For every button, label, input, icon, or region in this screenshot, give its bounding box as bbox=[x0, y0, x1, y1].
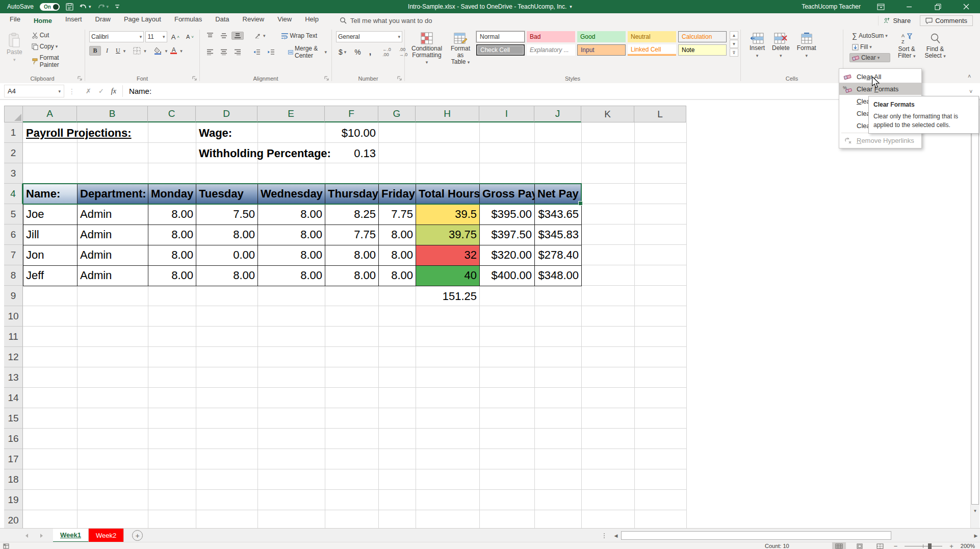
tab-home[interactable]: Home bbox=[27, 12, 59, 29]
cell-H5[interactable]: 39.5 bbox=[416, 204, 480, 225]
scroll-right-arrow[interactable]: ▶ bbox=[972, 533, 980, 538]
align-right-button[interactable] bbox=[231, 48, 244, 56]
cell-E5[interactable]: 8.00 bbox=[257, 204, 325, 225]
row-header-13[interactable]: 13 bbox=[4, 367, 23, 388]
tab-draw[interactable]: Draw bbox=[89, 12, 117, 26]
font-size-select[interactable]: 11▾ bbox=[145, 31, 167, 42]
tab-file[interactable]: File bbox=[3, 12, 27, 26]
cell-G6[interactable]: 8.00 bbox=[378, 224, 416, 245]
gallery-more-button[interactable]: ⊽ bbox=[730, 48, 738, 57]
cell-F8[interactable]: 8.00 bbox=[325, 265, 379, 286]
scroll-down-arrow[interactable]: ▼ bbox=[971, 506, 979, 516]
next-sheet-button[interactable] bbox=[40, 533, 44, 538]
cell-J7[interactable]: $278.40 bbox=[534, 245, 582, 266]
column-header-C[interactable]: C bbox=[148, 106, 196, 122]
cell-B4[interactable]: Department: bbox=[77, 184, 148, 205]
scroll-left-arrow[interactable]: ◀ bbox=[612, 533, 620, 538]
new-sheet-button[interactable]: + bbox=[132, 530, 143, 541]
row-header-2[interactable]: 2 bbox=[4, 143, 23, 163]
cell-C7[interactable]: 8.00 bbox=[148, 245, 196, 266]
font-color-button[interactable]: A bbox=[168, 46, 179, 55]
fill-handle[interactable] bbox=[578, 201, 583, 206]
cell-B6[interactable]: Admin bbox=[77, 224, 148, 245]
share-button[interactable]: Share bbox=[878, 16, 916, 26]
tab-help[interactable]: Help bbox=[298, 12, 325, 26]
column-header-A[interactable]: A bbox=[23, 106, 77, 122]
column-header-E[interactable]: E bbox=[257, 106, 325, 122]
insert-function-button[interactable]: fx bbox=[111, 87, 116, 95]
cell-H8[interactable]: 40 bbox=[416, 265, 480, 286]
fill-color-dropdown-arrow[interactable]: ▾ bbox=[165, 48, 168, 54]
cell-C4[interactable]: Monday bbox=[148, 184, 196, 205]
format-as-table-button[interactable]: Format asTable ▾ bbox=[448, 30, 473, 68]
cell-H9[interactable]: 151.25 bbox=[416, 286, 479, 306]
increase-font-size-button[interactable]: A˄ bbox=[169, 32, 182, 42]
row-header-9[interactable]: 9 bbox=[4, 286, 23, 306]
undo-button[interactable]: ▾ bbox=[80, 3, 91, 10]
formula-bar-content[interactable]: Name: bbox=[123, 87, 151, 95]
find-select-button[interactable]: Find &Select ▾ bbox=[922, 31, 948, 62]
cell-E6[interactable]: 8.00 bbox=[257, 224, 325, 245]
column-header-J[interactable]: J bbox=[534, 106, 581, 122]
cut-button[interactable]: Cut bbox=[29, 31, 83, 40]
column-header-H[interactable]: H bbox=[416, 106, 479, 122]
top-align-button[interactable] bbox=[204, 32, 216, 40]
autosum-button[interactable]: ∑AutoSum▾ bbox=[849, 31, 890, 41]
cell-I5[interactable]: $395.00 bbox=[479, 204, 535, 225]
tab-data[interactable]: Data bbox=[209, 12, 236, 26]
cell-style-good[interactable]: Good bbox=[577, 31, 626, 42]
cell-H7[interactable]: 32 bbox=[416, 245, 480, 266]
cell-A1[interactable]: Payroll Projections: bbox=[23, 123, 77, 143]
cell-E7[interactable]: 8.00 bbox=[257, 245, 325, 266]
row-header-6[interactable]: 6 bbox=[4, 224, 23, 245]
cell-G4[interactable]: Friday bbox=[378, 184, 416, 205]
bold-button[interactable]: B bbox=[89, 46, 101, 56]
cell-J6[interactable]: $345.83 bbox=[534, 224, 582, 245]
cell-G7[interactable]: 8.00 bbox=[378, 245, 416, 266]
row-header-12[interactable]: 12 bbox=[4, 347, 23, 367]
cell-G5[interactable]: 7.75 bbox=[378, 204, 416, 225]
orientation-button[interactable]: ▾ bbox=[252, 32, 268, 40]
prev-sheet-button[interactable] bbox=[24, 533, 29, 538]
cell-A7[interactable]: Jon bbox=[23, 245, 78, 266]
cell-G8[interactable]: 8.00 bbox=[378, 265, 416, 286]
tab-scrollbar-splitter[interactable] bbox=[604, 529, 612, 542]
select-all-corner[interactable] bbox=[4, 106, 23, 122]
row-header-14[interactable]: 14 bbox=[4, 388, 23, 408]
cell-D5[interactable]: 7.50 bbox=[196, 204, 258, 225]
underline-dropdown-arrow[interactable]: ▾ bbox=[123, 48, 126, 54]
row-header-1[interactable]: 1 bbox=[4, 122, 23, 143]
row-header-16[interactable]: 16 bbox=[4, 429, 23, 449]
row-header-20[interactable]: 20 bbox=[4, 510, 23, 528]
fill-button[interactable]: Fill▾ bbox=[849, 42, 890, 52]
macro-record-icon[interactable] bbox=[0, 543, 9, 549]
close-button[interactable] bbox=[958, 1, 975, 13]
customize-qat-button[interactable] bbox=[115, 4, 120, 9]
cell-I4[interactable]: Gross Pay bbox=[479, 184, 535, 205]
cell-B7[interactable]: Admin bbox=[77, 245, 148, 266]
save-button[interactable] bbox=[66, 3, 73, 11]
cell-C8[interactable]: 8.00 bbox=[148, 265, 196, 286]
align-left-button[interactable] bbox=[204, 48, 216, 56]
font-color-dropdown-arrow[interactable]: ▾ bbox=[180, 48, 183, 54]
namebox-splitter[interactable]: ⋮ bbox=[64, 87, 80, 95]
cell-style-neutral[interactable]: Neutral bbox=[628, 31, 676, 42]
fill-color-button[interactable] bbox=[151, 46, 165, 56]
delete-cells-button[interactable]: Delete▾ bbox=[769, 31, 792, 61]
account-name[interactable]: TeachUcomp Teacher bbox=[802, 3, 861, 10]
tab-formulas[interactable]: Formulas bbox=[168, 12, 209, 26]
cell-style-note[interactable]: Note bbox=[678, 44, 727, 56]
percent-style-button[interactable]: % bbox=[352, 47, 363, 57]
gallery-down-button[interactable]: ▼ bbox=[730, 40, 738, 48]
cell-H4[interactable]: Total Hours bbox=[416, 184, 480, 205]
cell-I8[interactable]: $400.00 bbox=[479, 265, 535, 286]
font-dialog-launcher[interactable] bbox=[192, 76, 197, 81]
underline-button[interactable]: U bbox=[113, 46, 123, 56]
autosave-toggle[interactable]: On bbox=[40, 3, 60, 11]
comma-style-button[interactable]: , bbox=[367, 46, 374, 58]
cell-E8[interactable]: 8.00 bbox=[257, 265, 325, 286]
row-header-8[interactable]: 8 bbox=[4, 265, 23, 286]
row-header-15[interactable]: 15 bbox=[4, 408, 23, 429]
cell-style-bad[interactable]: Bad bbox=[527, 31, 575, 42]
cell-F4[interactable]: Thursday bbox=[325, 184, 379, 205]
